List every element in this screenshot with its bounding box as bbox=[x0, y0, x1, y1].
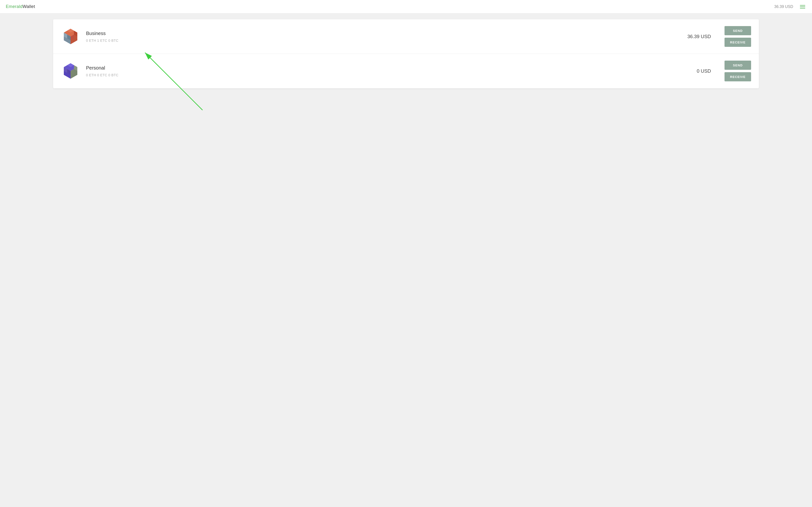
header-balance: 36.39 USD bbox=[774, 5, 793, 9]
logo-emerald: Emerald bbox=[6, 4, 23, 9]
wallet-avatar-business bbox=[61, 27, 80, 46]
send-button-business[interactable]: SEND bbox=[724, 26, 751, 35]
wallet-name-personal: Personal bbox=[86, 65, 691, 71]
hamburger-line-3 bbox=[800, 8, 805, 8]
app-header: Emerald Wallet 36.39 USD bbox=[0, 0, 812, 13]
cube-icon-personal bbox=[61, 61, 80, 80]
menu-button[interactable] bbox=[799, 4, 806, 9]
wallet-info-business: Business 0 ETH 1 ETC 0 BTC bbox=[86, 31, 681, 43]
wallet-info-personal: Personal 0 ETH 0 ETC 0 BTC bbox=[86, 65, 691, 77]
app-logo: Emerald Wallet bbox=[6, 4, 35, 9]
wallet-actions-business: SEND RECEIVE bbox=[724, 26, 751, 47]
receive-button-personal[interactable]: RECEIVE bbox=[724, 72, 751, 81]
hamburger-line-1 bbox=[800, 5, 805, 6]
logo-wallet: Wallet bbox=[23, 4, 35, 9]
wallet-actions-personal: SEND RECEIVE bbox=[724, 61, 751, 81]
wallet-name-business: Business bbox=[86, 31, 681, 36]
wallet-card-business: Business 0 ETH 1 ETC 0 BTC 36.39 USD SEN… bbox=[53, 19, 759, 54]
wallet-balance-business: 36.39 USD bbox=[687, 34, 711, 39]
main-content: Business 0 ETH 1 ETC 0 BTC 36.39 USD SEN… bbox=[0, 0, 812, 98]
wallet-balance-personal: 0 USD bbox=[697, 68, 711, 74]
wallet-avatar-personal bbox=[61, 61, 80, 80]
wallet-list: Business 0 ETH 1 ETC 0 BTC 36.39 USD SEN… bbox=[53, 19, 759, 89]
wallet-card-personal: Personal 0 ETH 0 ETC 0 BTC 0 USD SEND RE… bbox=[53, 54, 759, 88]
hamburger-line-2 bbox=[800, 6, 805, 7]
cube-icon-business bbox=[61, 27, 80, 46]
receive-button-business[interactable]: RECEIVE bbox=[724, 38, 751, 47]
send-button-personal[interactable]: SEND bbox=[724, 61, 751, 70]
wallet-currencies-business: 0 ETH 1 ETC 0 BTC bbox=[86, 39, 681, 43]
header-right: 36.39 USD bbox=[774, 4, 806, 9]
wallet-currencies-personal: 0 ETH 0 ETC 0 BTC bbox=[86, 73, 691, 77]
